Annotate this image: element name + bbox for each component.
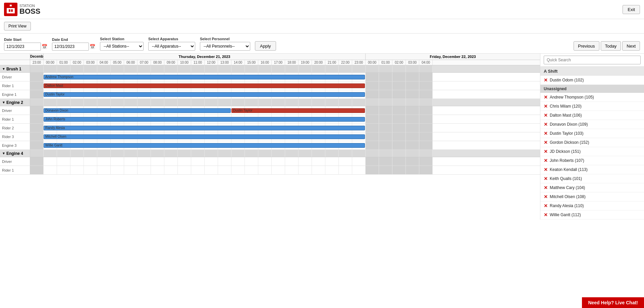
date-header-row: Decemb Thursday, December 21, 2023 Frida…	[0, 54, 540, 60]
timeline-cell	[124, 157, 138, 166]
timeline-cell	[258, 166, 272, 174]
unassigned-person[interactable]: ✕Keaton Kendall (113)	[540, 165, 644, 174]
remove-icon[interactable]: ✕	[544, 131, 548, 136]
timeline-cell	[392, 141, 406, 149]
timeline-cell	[30, 73, 44, 81]
shift-bar[interactable]: John Roberts	[44, 117, 365, 122]
shift-bar[interactable]: Willie Gantt	[44, 143, 365, 148]
svg-rect-2	[11, 9, 13, 12]
print-view-button[interactable]: Print View	[4, 22, 31, 30]
timeline-cell	[419, 90, 433, 99]
date-end-input[interactable]	[52, 43, 89, 51]
timeline-scroll[interactable]: Decemb Thursday, December 21, 2023 Frida…	[0, 54, 540, 175]
unassigned-header: Unassigned	[540, 85, 644, 93]
today-button[interactable]: Today	[601, 41, 621, 51]
station-group: Select Station --All Stations--	[100, 37, 144, 51]
timeline-cell	[352, 65, 366, 72]
timeline-cell	[30, 115, 44, 123]
timeline-cell	[285, 166, 299, 174]
date-end-label: Date End	[52, 38, 95, 42]
timeline-cell	[138, 99, 151, 106]
remove-icon[interactable]: ✕	[544, 113, 548, 118]
remove-icon[interactable]: ✕	[544, 194, 548, 199]
unassigned-person[interactable]: ✕John Roberts (107)	[540, 156, 644, 165]
corner-cell	[0, 54, 30, 60]
remove-icon[interactable]: ✕	[544, 158, 548, 163]
apparatus-select[interactable]: --All Apparatus--	[148, 42, 195, 51]
unassigned-person[interactable]: ✕Andrew Thompson (105)	[540, 93, 644, 102]
remove-icon[interactable]: ✕	[544, 212, 548, 218]
hour-cell: 18:00	[285, 60, 299, 65]
timeline-cell	[57, 166, 70, 174]
remove-icon[interactable]: ✕	[544, 122, 548, 127]
timeline-cell	[191, 166, 205, 174]
timeline-cell	[325, 157, 339, 166]
remove-icon[interactable]: ✕	[544, 203, 548, 208]
timeline-cell	[164, 157, 178, 166]
timeline-cell	[312, 65, 325, 72]
timeline-cell	[392, 124, 406, 132]
timeline-cell	[325, 65, 339, 72]
timeline-cell	[57, 150, 70, 157]
remove-icon[interactable]: ✕	[544, 77, 548, 83]
unassigned-person[interactable]: ✕Gordon Dickson (152)	[540, 138, 644, 147]
shift-bar[interactable]: Randy Alesia	[44, 126, 365, 130]
timeline-cell	[339, 65, 352, 72]
unassigned-person[interactable]: ✕Chris Milam (120)	[540, 102, 644, 111]
unassigned-person[interactable]: ✕Dalton Mast (106)	[540, 111, 644, 120]
next-button[interactable]: Next	[622, 41, 640, 51]
schedule-row: Rider 1	[0, 166, 540, 175]
timeline-cell	[111, 99, 124, 106]
row-label: Rider 3	[0, 132, 30, 141]
quick-search-input[interactable]	[544, 56, 641, 64]
timeline-cell	[258, 65, 272, 72]
unassigned-person[interactable]: ✕Mitchell Olsen (108)	[540, 192, 644, 201]
timeline-cell	[84, 99, 97, 106]
remove-icon[interactable]: ✕	[544, 176, 548, 181]
shift-bar[interactable]: Dustin Taylor	[44, 92, 365, 97]
remove-icon[interactable]: ✕	[544, 185, 548, 190]
remove-icon[interactable]: ✕	[544, 167, 548, 172]
remove-icon[interactable]: ✕	[544, 104, 548, 109]
shift-bar[interactable]: Mitchell Olsen	[44, 134, 365, 139]
shift-bar[interactable]: Dalton Mast	[44, 83, 365, 88]
timeline-cell	[151, 166, 164, 174]
date-start-calendar-icon[interactable]: 📅	[42, 44, 47, 49]
timeline-cell	[419, 141, 433, 149]
date-start-input[interactable]	[4, 43, 41, 51]
hour-cell: 07:00	[138, 60, 151, 65]
unassigned-person[interactable]: ✕JD Dickson (151)	[540, 147, 644, 156]
timeline-cell	[352, 157, 366, 166]
unassigned-person[interactable]: ✕Willie Gantt (112)	[540, 210, 644, 220]
previous-button[interactable]: Previous	[574, 41, 599, 51]
station-select[interactable]: --All Stations--	[100, 42, 144, 51]
shift-bar[interactable]: Andrew Thompson	[44, 75, 365, 79]
apply-button[interactable]: Apply	[255, 41, 276, 51]
unassigned-person[interactable]: ✕Matthew Cary (104)	[540, 183, 644, 192]
exit-button[interactable]: Exit	[623, 5, 640, 14]
row-label: Engine 1	[0, 90, 30, 99]
timeline-cell	[392, 65, 406, 72]
remove-icon[interactable]: ✕	[544, 149, 548, 154]
unassigned-person[interactable]: ✕Randy Alesia (110)	[540, 201, 644, 210]
timeline-cell	[339, 166, 352, 174]
timeline-cell	[392, 115, 406, 123]
timeline-cell	[352, 99, 366, 106]
personnel-select[interactable]: --All Personnels--	[200, 42, 250, 51]
a-shift-person[interactable]: ✕Dustin Odom (102)	[540, 76, 644, 85]
unassigned-person[interactable]: ✕Dustin Taylor (103)	[540, 129, 644, 138]
top-bar: STATION BOSS Exit	[0, 0, 644, 19]
filter-bar: Date Start 📅 Date End 📅 Select Station -…	[0, 34, 644, 54]
shift-bar-2[interactable]: Dustin Taylor	[231, 108, 365, 113]
remove-icon[interactable]: ✕	[544, 140, 548, 145]
unassigned-person[interactable]: ✕Keith Qualls (101)	[540, 174, 644, 183]
main-layout: Decemb Thursday, December 21, 2023 Frida…	[0, 54, 644, 220]
unassigned-person[interactable]: ✕Donavon Dixon (109)	[540, 120, 644, 129]
timeline-cell	[164, 166, 178, 174]
date-end-calendar-icon[interactable]: 📅	[90, 44, 95, 49]
timeline-cell	[272, 99, 285, 106]
shift-bar[interactable]: Donavon Dixon	[44, 108, 231, 113]
timeline-cell	[379, 115, 392, 123]
remove-icon[interactable]: ✕	[544, 95, 548, 100]
timeline-cell	[272, 150, 285, 157]
